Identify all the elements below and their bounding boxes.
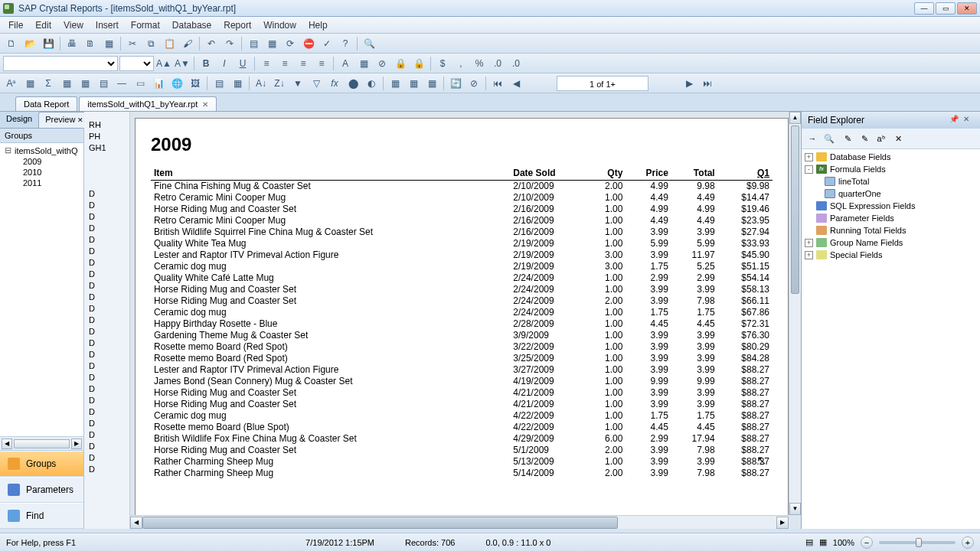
align-center-icon[interactable]: ≡ [276, 55, 293, 72]
justify-icon[interactable]: ≡ [313, 55, 330, 72]
tree-year-item[interactable]: 2011 [2, 178, 82, 188]
tree-root[interactable]: ⊟ itemsSold_withQ [2, 145, 82, 156]
vscroll-thumb[interactable] [791, 126, 799, 294]
align-right-icon[interactable]: ≡ [295, 55, 312, 72]
horizontal-scrollbar[interactable]: ◀ ▶ [130, 515, 789, 529]
lock-format-icon[interactable]: 🔒 [392, 55, 409, 72]
lock-size-icon[interactable]: 🔒 [410, 55, 427, 72]
insert-chart-icon[interactable]: 📊 [150, 75, 167, 92]
insert-map-icon[interactable]: 🌐 [168, 75, 185, 92]
print-icon[interactable]: 🖶 [64, 35, 80, 52]
select-expert-icon[interactable]: ▽ [308, 75, 325, 92]
field-tree-item[interactable]: Running Total Fields [803, 224, 978, 236]
scroll-up-icon[interactable]: ▲ [789, 112, 801, 124]
scroll-down-icon[interactable]: ▼ [789, 503, 801, 515]
sort-desc-icon[interactable]: Z↓ [271, 75, 288, 92]
format-painter-icon[interactable]: 🖌 [179, 35, 196, 52]
scroll-left-icon[interactable]: ◀ [130, 517, 142, 529]
find-icon[interactable]: 🔍 [361, 35, 377, 52]
field-tree-item[interactable]: SQL Expression Fields [803, 200, 978, 212]
field-explorer-tree[interactable]: +Database Fields-fxFormula FieldslineTot… [802, 149, 980, 529]
field-tree-item[interactable]: lineTotal [803, 175, 978, 187]
doc-tab[interactable]: itemsSold_withQ1_byYear.rpt✕ [79, 96, 217, 111]
insert-box-icon[interactable]: ▭ [132, 75, 149, 92]
zoom-thumb[interactable] [916, 538, 922, 547]
view-tab-preview[interactable]: Preview✕ [38, 112, 90, 128]
zoom-slider[interactable] [879, 541, 956, 544]
insert-line-icon[interactable]: — [113, 75, 130, 92]
italic-icon[interactable]: I [216, 55, 233, 72]
insert-olap-icon[interactable]: ▦ [77, 75, 93, 92]
print-preview-icon[interactable]: 🗎 [82, 35, 99, 52]
side-button-find[interactable]: Find [0, 503, 83, 529]
field-tree-item[interactable]: +Group Name Fields [803, 236, 978, 249]
group-expert-icon[interactable]: ▦ [229, 75, 246, 92]
field-tree-item[interactable]: Parameter Fields [803, 212, 978, 224]
hscroll-thumb[interactable] [142, 517, 618, 529]
doc-tab[interactable]: Data Report [15, 96, 77, 111]
zoom-in-button[interactable]: + [962, 536, 974, 549]
menu-format[interactable]: Format [125, 18, 166, 32]
status-icon-2[interactable]: ▦ [819, 537, 827, 547]
decrease-font-icon[interactable]: A▼ [174, 55, 191, 72]
tree-year-item[interactable]: 2010 [2, 167, 82, 178]
next-page-icon[interactable]: ▶ [681, 75, 697, 92]
increase-font-icon[interactable]: A▲ [155, 55, 172, 72]
status-icon-1[interactable]: ▤ [805, 537, 813, 547]
collapse-icon[interactable]: ⊟ [5, 145, 11, 155]
redo-icon[interactable]: ↷ [221, 35, 238, 52]
cut-icon[interactable]: ✂ [124, 35, 141, 52]
thousands-icon[interactable]: , [452, 55, 469, 72]
expand-icon[interactable]: - [805, 165, 813, 174]
new-icon[interactable]: 🗋 [3, 35, 20, 52]
field-tree-item[interactable]: quarterOne [803, 187, 978, 200]
field-tree-item[interactable]: +Special Fields [803, 249, 978, 261]
paste-icon[interactable]: 📋 [161, 35, 178, 52]
scroll-left-icon[interactable]: ◀ [2, 439, 12, 449]
last-page-icon[interactable]: ⏭ [699, 75, 716, 92]
scroll-thumb[interactable] [14, 439, 70, 448]
maximize-button[interactable]: ▭ [936, 2, 956, 15]
close-panel-icon[interactable]: ✕ [963, 115, 974, 126]
increase-decimals-icon[interactable]: .0 [489, 55, 506, 72]
save-icon[interactable]: 💾 [40, 35, 57, 52]
refresh-data-icon[interactable]: 🔄 [447, 75, 464, 92]
menu-help[interactable]: Help [302, 18, 334, 32]
copy-icon[interactable]: ⧉ [142, 35, 159, 52]
insert-summary-icon[interactable]: Σ [40, 75, 57, 92]
vertical-scrollbar[interactable]: ▲ ▼ [789, 112, 801, 515]
align-left-icon[interactable]: ≡ [258, 55, 275, 72]
field-tree-item[interactable]: -fxFormula Fields [803, 163, 978, 175]
browse-field-icon[interactable]: 🔍 [822, 131, 837, 146]
font-color-icon[interactable]: A [337, 55, 354, 72]
expand-icon[interactable]: + [805, 239, 813, 247]
menu-insert[interactable]: Insert [90, 18, 125, 32]
prev-page-icon[interactable]: ◀ [508, 75, 524, 92]
insert-crosstab-icon[interactable]: ▦ [58, 75, 75, 92]
report-options-icon[interactable]: ▦ [423, 75, 440, 92]
font-size-combo[interactable] [119, 56, 154, 71]
zoom-out-button[interactable]: − [861, 536, 873, 549]
stop-icon[interactable]: ⛔ [300, 35, 317, 52]
open-icon[interactable]: 📂 [21, 35, 38, 52]
group-tree[interactable]: ⊟ itemsSold_withQ 200920102011 [0, 143, 83, 436]
side-button-parameters[interactable]: Parameters [0, 477, 83, 503]
menu-edit[interactable]: Edit [29, 18, 57, 32]
tree-year-item[interactable]: 2009 [2, 156, 82, 167]
scroll-right-icon[interactable]: ▶ [776, 517, 789, 529]
undo-icon[interactable]: ↶ [203, 35, 220, 52]
currency-icon[interactable]: $ [434, 55, 451, 72]
stop-loading-icon[interactable]: ⊘ [466, 75, 482, 92]
close-button[interactable]: ✕ [957, 2, 977, 15]
menu-file[interactable]: File [2, 18, 29, 32]
close-tab-icon[interactable]: ✕ [202, 100, 208, 109]
refresh-icon[interactable]: ⟳ [282, 35, 299, 52]
expand-icon[interactable]: + [805, 251, 813, 259]
expand-icon[interactable]: + [805, 153, 813, 161]
menu-report[interactable]: Report [217, 18, 257, 32]
decrease-decimals-icon[interactable]: .0 [508, 55, 524, 72]
export-icon[interactable]: ▦ [100, 35, 117, 52]
view-tab-design[interactable]: Design [0, 112, 38, 128]
section-expert-icon[interactable]: ▤ [211, 75, 227, 92]
sort-asc-icon[interactable]: A↓ [253, 75, 270, 92]
